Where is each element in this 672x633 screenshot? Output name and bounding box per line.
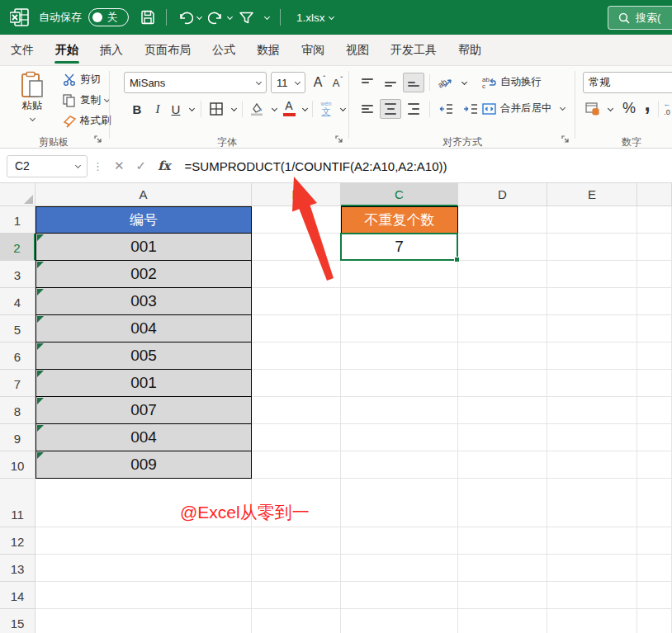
cell-F14[interactable]	[637, 582, 672, 609]
cell-E11[interactable]	[547, 479, 637, 527]
font-color-dropdown[interactable]	[297, 99, 309, 119]
cell-C8[interactable]	[341, 397, 458, 424]
row-header-14[interactable]: 14	[0, 582, 35, 609]
select-all-corner[interactable]	[0, 183, 35, 206]
borders-button[interactable]	[206, 99, 226, 119]
cell-C13[interactable]	[341, 555, 458, 582]
merge-center-dropdown-icon[interactable]	[559, 105, 565, 111]
cell-A5[interactable]: 004	[35, 315, 252, 342]
cell-D14[interactable]	[458, 582, 547, 609]
document-title[interactable]: 1.xlsx	[288, 9, 337, 26]
cell-E9[interactable]	[547, 424, 637, 451]
cell-E2[interactable]	[547, 234, 637, 261]
cell-A4[interactable]: 003	[35, 288, 252, 315]
cut-button[interactable]: 剪切	[63, 73, 101, 87]
orientation-button[interactable]: ab	[435, 73, 457, 92]
cell-B10[interactable]	[252, 451, 341, 479]
cell-B7[interactable]	[252, 370, 341, 397]
cell-A7[interactable]: 001	[35, 370, 252, 397]
column-header-partial[interactable]	[637, 183, 672, 206]
cell-D9[interactable]	[458, 424, 547, 451]
cell-D3[interactable]	[458, 261, 547, 288]
align-bottom-button[interactable]	[403, 73, 424, 92]
cell-F9[interactable]	[637, 424, 672, 451]
cell-D11[interactable]	[458, 479, 547, 527]
cell-B8[interactable]	[252, 397, 341, 424]
tab-数据[interactable]: 数据	[246, 35, 291, 65]
column-header-B[interactable]: B	[252, 183, 341, 206]
fill-color-dropdown[interactable]	[267, 99, 278, 119]
cell-D15[interactable]	[458, 609, 547, 633]
cell-F6[interactable]	[637, 342, 672, 370]
cell-A6[interactable]: 005	[35, 342, 252, 370]
decrease-indent-button[interactable]	[435, 99, 457, 119]
cell-A12[interactable]	[35, 527, 252, 555]
tab-插入[interactable]: 插入	[89, 35, 134, 65]
tab-视图[interactable]: 视图	[335, 35, 380, 65]
align-top-button[interactable]	[357, 73, 378, 92]
cell-C4[interactable]	[341, 288, 458, 315]
cell-C12[interactable]	[341, 527, 458, 555]
redo-button[interactable]	[205, 8, 235, 27]
cell-D5[interactable]	[458, 315, 547, 342]
cell-E4[interactable]	[547, 288, 637, 315]
name-box[interactable]: C2	[7, 155, 88, 177]
cell-C1[interactable]: 不重复个数	[341, 206, 458, 234]
cell-F10[interactable]	[637, 451, 672, 479]
name-box-splitter[interactable]: ⋮	[92, 160, 103, 172]
column-header-A[interactable]: A	[35, 183, 252, 206]
cell-F12[interactable]	[637, 527, 672, 555]
cell-D1[interactable]	[458, 206, 547, 234]
cell-A10[interactable]: 009	[35, 451, 252, 479]
enter-button[interactable]: ✓	[130, 158, 153, 173]
alignment-dialog-launcher-icon[interactable]	[561, 135, 570, 144]
cell-E8[interactable]	[547, 397, 637, 424]
cell-C7[interactable]	[341, 370, 458, 397]
cell-F7[interactable]	[637, 370, 672, 397]
cell-E10[interactable]	[547, 451, 637, 479]
filter-button[interactable]	[235, 8, 258, 27]
cell-F8[interactable]	[637, 397, 672, 424]
clipboard-dialog-launcher-icon[interactable]	[94, 135, 102, 144]
cell-A3[interactable]: 002	[35, 261, 252, 288]
cell-E3[interactable]	[547, 261, 637, 288]
row-header-10[interactable]: 10	[0, 451, 35, 479]
cell-B14[interactable]	[252, 582, 341, 609]
cell-A2[interactable]: 001	[35, 234, 252, 261]
cell-C9[interactable]	[341, 424, 458, 451]
cell-C2[interactable]: 7	[341, 234, 458, 261]
tab-审阅[interactable]: 审阅	[291, 35, 335, 65]
cell-E15[interactable]	[547, 609, 637, 633]
cancel-button[interactable]: ✕	[108, 158, 130, 173]
insert-function-button[interactable]: fx	[152, 158, 176, 173]
row-header-15[interactable]: 15	[0, 609, 35, 633]
cell-A13[interactable]	[35, 555, 252, 582]
cell-B6[interactable]	[252, 342, 341, 370]
accounting-format-button[interactable]	[583, 99, 603, 119]
orientation-dropdown[interactable]	[457, 73, 468, 92]
increase-indent-button[interactable]	[460, 99, 481, 119]
cell-B5[interactable]	[252, 315, 341, 342]
cell-E1[interactable]	[547, 206, 637, 234]
borders-dropdown[interactable]	[226, 99, 238, 119]
align-left-button[interactable]	[357, 99, 378, 119]
cell-D7[interactable]	[458, 370, 547, 397]
column-header-E[interactable]: E	[547, 183, 637, 206]
increase-decimal-button[interactable]: ← .0	[662, 97, 672, 119]
cell-D4[interactable]	[458, 288, 547, 315]
cell-C14[interactable]	[341, 582, 458, 609]
italic-button[interactable]: I	[149, 99, 166, 119]
cell-A1[interactable]: 编号	[35, 206, 252, 234]
tab-文件[interactable]: 文件	[0, 35, 45, 65]
column-header-D[interactable]: D	[458, 183, 547, 206]
cell-F13[interactable]	[637, 555, 672, 582]
search-box[interactable]: 搜索(	[608, 6, 672, 30]
paste-button[interactable]: 粘贴	[20, 71, 45, 120]
row-header-11[interactable]: 11	[0, 479, 35, 527]
font-color-button[interactable]: A	[281, 97, 297, 119]
cell-A9[interactable]: 004	[35, 424, 252, 451]
cell-B3[interactable]	[252, 261, 341, 288]
row-header-13[interactable]: 13	[0, 555, 35, 582]
cell-E5[interactable]	[547, 315, 637, 342]
accounting-dropdown[interactable]	[603, 99, 614, 119]
